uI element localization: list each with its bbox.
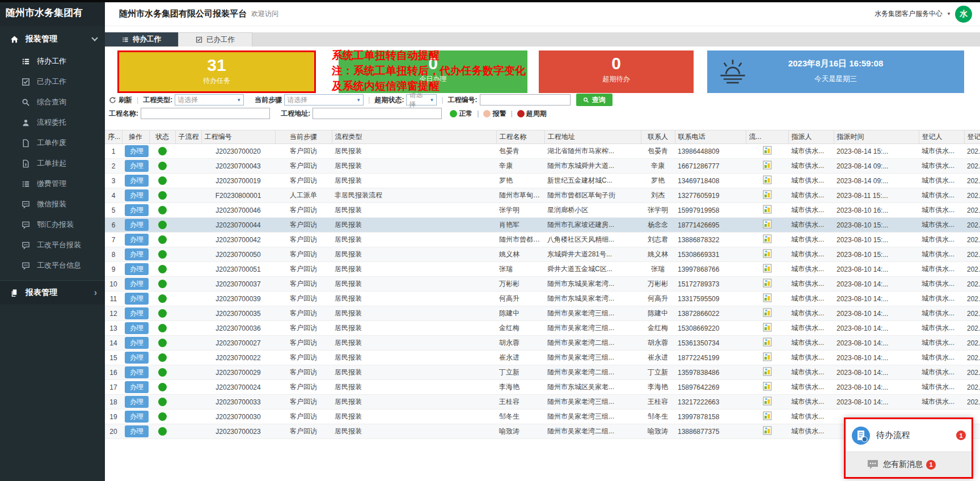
handle-button[interactable]: 办理	[125, 189, 149, 201]
flow-chart-icon[interactable]	[763, 175, 772, 184]
handle-button[interactable]: 办理	[125, 352, 149, 364]
handle-button[interactable]: 办理	[125, 337, 149, 349]
col-status[interactable]: 状态	[149, 130, 175, 144]
sidebar-section-installation[interactable]: 报装管理	[0, 26, 105, 51]
flow-chart-icon[interactable]	[763, 323, 772, 332]
sidebar-item-todo-work[interactable]: 待办工作	[0, 51, 105, 71]
table-row[interactable]: 2 办理 J20230700043 客户回访 居民报装 辛康 随州市东城舜井大道…	[105, 159, 980, 174]
flow-chart-icon[interactable]	[763, 205, 772, 214]
flow-chart-icon[interactable]	[763, 279, 772, 288]
handle-button[interactable]: 办理	[125, 366, 149, 378]
col-type[interactable]: 流程类型	[332, 130, 496, 144]
table-row[interactable]: 17 办理 J20230700024 客户回访 居民报装 李海艳 随州市东城区吴…	[105, 380, 980, 395]
new-message-notification[interactable]: 您有新消息 1	[846, 452, 971, 477]
overdue-card[interactable]: 0 超期待办	[539, 50, 694, 93]
handle-button[interactable]: 办理	[125, 234, 149, 246]
flow-chart-icon[interactable]	[763, 234, 772, 243]
handle-button[interactable]: 办理	[125, 204, 149, 216]
flow-chart-icon[interactable]	[763, 352, 772, 361]
handle-button[interactable]: 办理	[125, 396, 149, 408]
sidebar-item-ehuiban[interactable]: 鄂汇办报装	[0, 214, 105, 235]
user-menu[interactable]: 水务集团客户服务中心 ▼ 水	[875, 6, 980, 23]
current-step-select[interactable]: 请选择 ▼	[284, 94, 364, 106]
tab-done-work[interactable]: 已办工作	[178, 32, 252, 47]
table-row[interactable]: 13 办理 J20230700036 客户回访 居民报装 金红梅 随州市吴家老湾…	[105, 321, 980, 336]
flow-chart-icon[interactable]	[763, 426, 772, 435]
table-row[interactable]: 16 办理 J20230700029 客户回访 居民报装 丁立新 随州市吴家老湾…	[105, 365, 980, 380]
table-row[interactable]: 3 办理 J20230700019 客户回访 居民报装 罗艳 新世纪五金建材城C…	[105, 174, 980, 188]
flow-chart-icon[interactable]	[763, 382, 772, 391]
table-row[interactable]: 9 办理 J20230700051 客户回访 居民报装 张瑞 舜井大道五金城C区…	[105, 262, 980, 277]
sidebar-item-gonggai-info[interactable]: 工改平台信息	[0, 255, 105, 276]
col-registrar[interactable]: 登记人	[919, 130, 964, 144]
sidebar-item-delegate[interactable]: 流程委托	[0, 112, 105, 133]
flow-chart-icon[interactable]	[763, 249, 772, 258]
sidebar-item-gonggai-install[interactable]: 工改平台报装	[0, 235, 105, 255]
table-row[interactable]: 7 办理 J20230700042 客户回访 居民报装 随州市曾都区... 八角…	[105, 233, 980, 247]
project-type-select[interactable]: 请选择 ▼	[175, 94, 244, 106]
flow-chart-icon[interactable]	[763, 396, 772, 406]
flow-chart-icon[interactable]	[763, 161, 772, 170]
col-phone[interactable]: 联系电话	[675, 130, 746, 144]
flow-chart-icon[interactable]	[763, 293, 772, 302]
project-name-input[interactable]	[141, 108, 270, 119]
handle-button[interactable]: 办理	[125, 248, 149, 260]
col-code[interactable]: 工程编号	[201, 130, 275, 144]
col-reg-time[interactable]: 登记时	[964, 130, 980, 144]
table-row[interactable]: 1 办理 J20230700020 客户回访 居民报装 包晏青 湖北省随州市马家…	[105, 144, 980, 159]
todo-card[interactable]: 31 待办任务	[117, 50, 316, 93]
search-button[interactable]: 查询	[576, 94, 612, 106]
col-flow[interactable]: 流...	[746, 130, 788, 144]
sidebar-item-done-work[interactable]: 已办工作	[0, 71, 105, 92]
table-row[interactable]: 8 办理 J20230700050 客户回访 居民报装 姚义林 东城舜井大道28…	[105, 247, 980, 262]
col-contact[interactable]: 联系人	[641, 130, 675, 144]
col-step[interactable]: 当前步骤	[275, 130, 332, 144]
overdue-status-select[interactable]: 请选择 ▼	[406, 94, 437, 106]
handle-button[interactable]: 办理	[125, 293, 149, 305]
col-assign-time[interactable]: 指派时间	[834, 130, 919, 144]
handle-button[interactable]: 办理	[125, 160, 149, 172]
avatar[interactable]: 水	[955, 6, 972, 23]
flow-chart-icon[interactable]	[763, 190, 772, 199]
sidebar-item-void-order[interactable]: 工单作废	[0, 133, 105, 153]
col-address[interactable]: 工程地址	[544, 130, 641, 144]
refresh-button[interactable]: 刷新	[109, 95, 132, 105]
project-code-input[interactable]	[480, 94, 571, 106]
tab-todo-work[interactable]: 待办工作	[105, 32, 178, 47]
handle-button[interactable]: 办理	[125, 175, 149, 187]
sidebar-section-reports[interactable]: 报表管理 ›	[0, 280, 105, 305]
handle-button[interactable]: 办理	[125, 381, 149, 393]
table-row[interactable]: 14 办理 J20230700027 客户回访 居民报装 胡永蓉 随州市吴家老湾…	[105, 336, 980, 351]
sidebar-item-payment[interactable]: 缴费管理	[0, 174, 105, 194]
table-row[interactable]: 18 办理 J20230700033 客户回访 居民报装 王桂容 随州市吴家老湾…	[105, 395, 980, 410]
table-row[interactable]: 12 办理 J20230700035 客户回访 居民报装 陈建中 随州市吴家老湾…	[105, 306, 980, 321]
sidebar-item-wechat[interactable]: 微信报装	[0, 194, 105, 214]
table-row[interactable]: 10 办理 J20230700037 客户回访 居民报装 万彬彬 随州市东城吴家…	[105, 277, 980, 292]
todo-flow-notification[interactable]: 待办流程 1	[846, 419, 971, 452]
handle-button[interactable]: 办理	[125, 263, 149, 275]
handle-button[interactable]: 办理	[125, 411, 149, 423]
col-index[interactable]: 序...	[105, 130, 122, 144]
flow-chart-icon[interactable]	[763, 264, 772, 273]
table-row[interactable]: 15 办理 J20230700022 客户回访 居民报装 崔永进 随州市吴家老湾…	[105, 351, 980, 365]
handle-button[interactable]: 办理	[125, 219, 149, 231]
flow-chart-icon[interactable]	[763, 308, 772, 317]
table-row[interactable]: 5 办理 J20230700046 客户回访 居民报装 张学明 星润廊桥小区 张…	[105, 203, 980, 218]
sidebar-item-hang-order[interactable]: 工单挂起	[0, 153, 105, 174]
handle-button[interactable]: 办理	[125, 425, 149, 437]
flow-chart-icon[interactable]	[763, 220, 772, 229]
handle-button[interactable]: 办理	[125, 145, 149, 157]
col-subflow[interactable]: 子流程	[175, 130, 201, 144]
flow-chart-icon[interactable]	[763, 146, 772, 155]
table-row[interactable]: 11 办理 J20230700039 客户回访 居民报装 何高升 随州市东城吴家…	[105, 292, 980, 306]
col-assignee[interactable]: 指派人	[788, 130, 834, 144]
flow-chart-icon[interactable]	[763, 411, 772, 420]
flow-chart-icon[interactable]	[763, 367, 772, 376]
project-address-input[interactable]	[312, 108, 442, 119]
flow-chart-icon[interactable]	[763, 337, 772, 347]
handle-button[interactable]: 办理	[125, 322, 149, 334]
col-name[interactable]: 工程名称	[496, 130, 544, 144]
col-action[interactable]: 操作	[122, 130, 149, 144]
table-row[interactable]: 6 办理 J20230700044 客户回访 居民报装 肖艳军 随州市孔家坡还建…	[105, 218, 980, 233]
today-card[interactable]: 0 今日办理	[339, 50, 527, 93]
